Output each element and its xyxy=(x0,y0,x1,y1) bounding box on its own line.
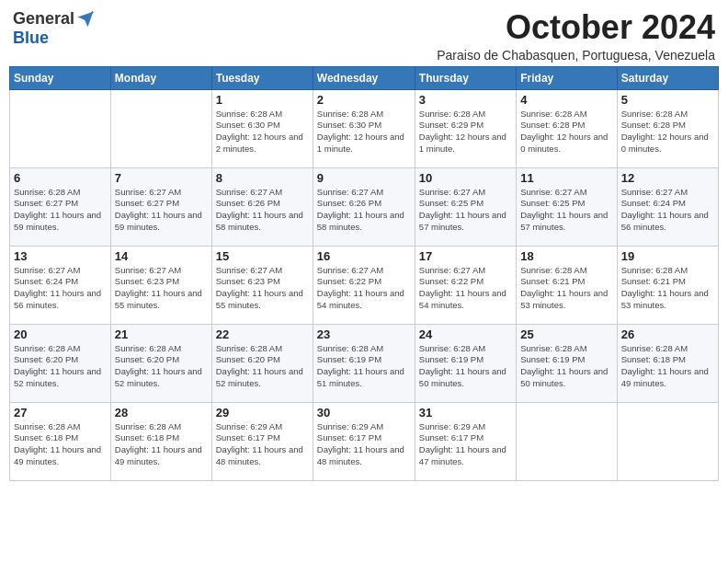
cell-content: Sunrise: 6:28 AM Sunset: 6:21 PM Dayligh… xyxy=(520,265,612,312)
cell-content: Sunrise: 6:27 AM Sunset: 6:23 PM Dayligh… xyxy=(115,265,208,312)
calendar-cell: 8Sunrise: 6:27 AM Sunset: 6:26 PM Daylig… xyxy=(211,167,313,246)
day-number: 1 xyxy=(216,93,309,107)
day-number: 7 xyxy=(115,171,208,185)
logo-general-text: General xyxy=(13,9,74,29)
cell-content: Sunrise: 6:28 AM Sunset: 6:28 PM Dayligh… xyxy=(621,109,714,155)
day-header-thursday: Thursday xyxy=(415,66,516,89)
calendar-week-row: 27Sunrise: 6:28 AM Sunset: 6:18 PM Dayli… xyxy=(10,402,719,480)
day-number: 6 xyxy=(14,171,107,185)
cell-content: Sunrise: 6:28 AM Sunset: 6:30 PM Dayligh… xyxy=(216,109,309,155)
cell-content: Sunrise: 6:27 AM Sunset: 6:25 PM Dayligh… xyxy=(419,187,512,234)
day-number: 19 xyxy=(621,249,714,263)
day-number: 27 xyxy=(14,406,107,419)
calendar-cell: 11Sunrise: 6:27 AM Sunset: 6:25 PM Dayli… xyxy=(517,167,617,246)
calendar-cell: 30Sunrise: 6:29 AM Sunset: 6:17 PM Dayli… xyxy=(313,402,415,480)
calendar-cell xyxy=(617,402,718,480)
calendar-cell: 1Sunrise: 6:28 AM Sunset: 6:30 PM Daylig… xyxy=(211,89,313,167)
calendar-cell xyxy=(10,89,111,167)
logo: General Blue xyxy=(13,9,95,48)
cell-content: Sunrise: 6:28 AM Sunset: 6:28 PM Dayligh… xyxy=(520,109,612,155)
calendar-cell: 20Sunrise: 6:28 AM Sunset: 6:20 PM Dayli… xyxy=(10,324,111,402)
cell-content: Sunrise: 6:27 AM Sunset: 6:25 PM Dayligh… xyxy=(520,187,612,234)
calendar-cell: 5Sunrise: 6:28 AM Sunset: 6:28 PM Daylig… xyxy=(617,89,718,167)
page-header: General Blue October 2024 Paraiso de Cha… xyxy=(9,9,719,63)
cell-content: Sunrise: 6:29 AM Sunset: 6:17 PM Dayligh… xyxy=(317,421,411,468)
day-number: 23 xyxy=(317,327,411,341)
calendar-cell: 15Sunrise: 6:27 AM Sunset: 6:23 PM Dayli… xyxy=(211,246,313,324)
calendar-cell: 9Sunrise: 6:27 AM Sunset: 6:26 PM Daylig… xyxy=(313,167,415,246)
calendar-cell: 2Sunrise: 6:28 AM Sunset: 6:30 PM Daylig… xyxy=(313,89,415,167)
cell-content: Sunrise: 6:28 AM Sunset: 6:20 PM Dayligh… xyxy=(14,343,107,390)
calendar-cell: 25Sunrise: 6:28 AM Sunset: 6:19 PM Dayli… xyxy=(517,324,617,402)
cell-content: Sunrise: 6:27 AM Sunset: 6:27 PM Dayligh… xyxy=(115,187,208,234)
day-number: 29 xyxy=(216,406,309,419)
day-number: 24 xyxy=(419,327,512,341)
day-number: 26 xyxy=(621,327,714,341)
calendar-cell: 12Sunrise: 6:27 AM Sunset: 6:24 PM Dayli… xyxy=(617,167,718,246)
calendar-cell: 17Sunrise: 6:27 AM Sunset: 6:22 PM Dayli… xyxy=(415,246,516,324)
day-header-tuesday: Tuesday xyxy=(211,66,313,89)
month-title: October 2024 xyxy=(437,9,715,46)
calendar-cell: 26Sunrise: 6:28 AM Sunset: 6:18 PM Dayli… xyxy=(617,324,718,402)
calendar-table: SundayMondayTuesdayWednesdayThursdayFrid… xyxy=(9,66,719,481)
calendar-cell: 19Sunrise: 6:28 AM Sunset: 6:21 PM Dayli… xyxy=(617,246,718,324)
cell-content: Sunrise: 6:28 AM Sunset: 6:18 PM Dayligh… xyxy=(621,343,714,390)
calendar-week-row: 1Sunrise: 6:28 AM Sunset: 6:30 PM Daylig… xyxy=(10,89,719,167)
calendar-cell: 3Sunrise: 6:28 AM Sunset: 6:29 PM Daylig… xyxy=(415,89,516,167)
calendar-cell: 13Sunrise: 6:27 AM Sunset: 6:24 PM Dayli… xyxy=(10,246,111,324)
day-number: 2 xyxy=(317,93,411,107)
day-number: 8 xyxy=(216,171,309,185)
cell-content: Sunrise: 6:28 AM Sunset: 6:19 PM Dayligh… xyxy=(317,343,411,390)
day-header-wednesday: Wednesday xyxy=(313,66,415,89)
day-number: 28 xyxy=(115,406,208,419)
day-number: 17 xyxy=(419,249,512,263)
cell-content: Sunrise: 6:28 AM Sunset: 6:19 PM Dayligh… xyxy=(419,343,512,390)
logo-bird-icon xyxy=(76,10,95,29)
calendar-cell: 29Sunrise: 6:29 AM Sunset: 6:17 PM Dayli… xyxy=(211,402,313,480)
cell-content: Sunrise: 6:27 AM Sunset: 6:23 PM Dayligh… xyxy=(216,265,309,312)
calendar-cell: 14Sunrise: 6:27 AM Sunset: 6:23 PM Dayli… xyxy=(110,246,211,324)
day-number: 15 xyxy=(216,249,309,263)
cell-content: Sunrise: 6:29 AM Sunset: 6:17 PM Dayligh… xyxy=(419,421,512,468)
calendar-cell: 28Sunrise: 6:28 AM Sunset: 6:18 PM Dayli… xyxy=(110,402,211,480)
day-number: 9 xyxy=(317,171,411,185)
calendar-cell xyxy=(517,402,617,480)
cell-content: Sunrise: 6:27 AM Sunset: 6:26 PM Dayligh… xyxy=(317,187,411,234)
day-header-saturday: Saturday xyxy=(617,66,718,89)
cell-content: Sunrise: 6:27 AM Sunset: 6:22 PM Dayligh… xyxy=(317,265,411,312)
calendar-header-row: SundayMondayTuesdayWednesdayThursdayFrid… xyxy=(10,66,719,89)
calendar-cell: 4Sunrise: 6:28 AM Sunset: 6:28 PM Daylig… xyxy=(517,89,617,167)
day-number: 10 xyxy=(419,171,512,185)
location-text: Paraiso de Chabasquen, Portuguesa, Venez… xyxy=(437,48,715,63)
day-number: 13 xyxy=(14,249,107,263)
calendar-week-row: 20Sunrise: 6:28 AM Sunset: 6:20 PM Dayli… xyxy=(10,324,719,402)
calendar-week-row: 13Sunrise: 6:27 AM Sunset: 6:24 PM Dayli… xyxy=(10,246,719,324)
calendar-week-row: 6Sunrise: 6:28 AM Sunset: 6:27 PM Daylig… xyxy=(10,167,719,246)
cell-content: Sunrise: 6:28 AM Sunset: 6:30 PM Dayligh… xyxy=(317,109,411,155)
calendar-cell: 31Sunrise: 6:29 AM Sunset: 6:17 PM Dayli… xyxy=(415,402,516,480)
calendar-cell: 21Sunrise: 6:28 AM Sunset: 6:20 PM Dayli… xyxy=(110,324,211,402)
cell-content: Sunrise: 6:28 AM Sunset: 6:18 PM Dayligh… xyxy=(115,421,208,468)
day-number: 18 xyxy=(520,249,612,263)
cell-content: Sunrise: 6:28 AM Sunset: 6:20 PM Dayligh… xyxy=(115,343,208,390)
cell-content: Sunrise: 6:27 AM Sunset: 6:24 PM Dayligh… xyxy=(14,265,107,312)
logo-blue-text: Blue xyxy=(13,29,49,48)
calendar-cell: 18Sunrise: 6:28 AM Sunset: 6:21 PM Dayli… xyxy=(517,246,617,324)
cell-content: Sunrise: 6:28 AM Sunset: 6:18 PM Dayligh… xyxy=(14,421,107,468)
day-number: 20 xyxy=(14,327,107,341)
cell-content: Sunrise: 6:28 AM Sunset: 6:21 PM Dayligh… xyxy=(621,265,714,312)
calendar-cell: 7Sunrise: 6:27 AM Sunset: 6:27 PM Daylig… xyxy=(110,167,211,246)
day-number: 22 xyxy=(216,327,309,341)
calendar-cell: 24Sunrise: 6:28 AM Sunset: 6:19 PM Dayli… xyxy=(415,324,516,402)
day-number: 30 xyxy=(317,406,411,419)
calendar-cell: 27Sunrise: 6:28 AM Sunset: 6:18 PM Dayli… xyxy=(10,402,111,480)
calendar-cell: 16Sunrise: 6:27 AM Sunset: 6:22 PM Dayli… xyxy=(313,246,415,324)
title-section: October 2024 Paraiso de Chabasquen, Port… xyxy=(437,9,715,63)
cell-content: Sunrise: 6:27 AM Sunset: 6:24 PM Dayligh… xyxy=(621,187,714,234)
calendar-cell: 6Sunrise: 6:28 AM Sunset: 6:27 PM Daylig… xyxy=(10,167,111,246)
day-number: 25 xyxy=(520,327,612,341)
calendar-cell: 22Sunrise: 6:28 AM Sunset: 6:20 PM Dayli… xyxy=(211,324,313,402)
day-number: 14 xyxy=(115,249,208,263)
day-number: 12 xyxy=(621,171,714,185)
day-header-friday: Friday xyxy=(517,66,617,89)
